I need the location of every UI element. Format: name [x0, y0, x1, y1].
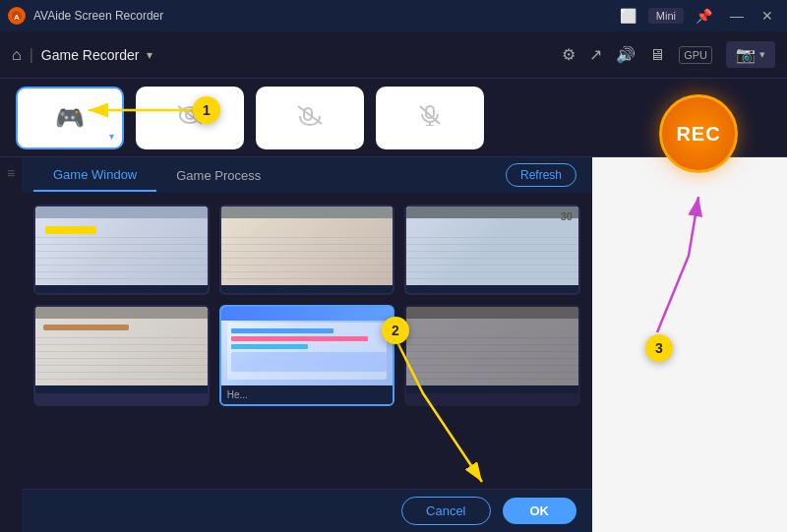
ok-button[interactable]: OK [503, 498, 577, 524]
tab-bar: Game Window Game Process Refresh [22, 157, 592, 193]
app-logo: A [8, 7, 26, 25]
thumbnail-label-4 [35, 385, 208, 393]
annotation-3: 3 [645, 334, 673, 362]
captions-button[interactable]: ⬜ [614, 6, 642, 26]
audio-icon[interactable]: 🔊 [616, 45, 636, 64]
screen-icon[interactable]: 🖥 [649, 46, 665, 64]
mode-dropdown-icon: ▾ [109, 131, 114, 142]
game-window-panel: Game Window Game Process Refresh [22, 157, 592, 532]
fake-window-1 [35, 207, 208, 285]
thumbnail-item-2[interactable] [219, 205, 395, 295]
rec-button[interactable]: REC [659, 94, 738, 173]
thumbnail-item-6[interactable] [404, 305, 580, 406]
thumbnail-preview-5 [221, 307, 394, 385]
annotation-1: 1 [193, 96, 220, 124]
app-window: A AVAide Screen Recorder ⬜ Mini 📌 — ✕ ⌂ … [0, 0, 787, 532]
title-bar: A AVAide Screen Recorder ⬜ Mini 📌 — ✕ [0, 0, 787, 31]
title-bar-controls: ⬜ Mini 📌 — ✕ [614, 6, 779, 26]
pin-button[interactable]: 📌 [690, 6, 718, 26]
close-button[interactable]: ✕ [756, 6, 779, 26]
mode-audio[interactable] [256, 87, 364, 149]
thumbnail-label-3 [406, 285, 578, 293]
thumbnail-grid: 30 [22, 193, 592, 489]
thumbnail-item-1[interactable] [33, 205, 210, 295]
thumbnail-item-3[interactable]: 30 [404, 205, 580, 295]
rec-label: REC [676, 123, 720, 146]
gpu-icon[interactable]: GPU [679, 46, 712, 64]
thumbnail-item-5[interactable]: He... [219, 305, 395, 406]
thumbnail-label-2 [221, 285, 394, 293]
thumbnail-preview-4 [35, 307, 208, 385]
mode-microphone[interactable] [376, 87, 484, 149]
sidebar-edge: ≡ [0, 157, 22, 532]
mode-webcam[interactable] [136, 87, 244, 149]
thumbnail-item-4[interactable] [33, 305, 210, 406]
sidebar-menu-icon: ≡ [7, 165, 15, 181]
nav-separator: | [30, 46, 33, 64]
thumbnail-preview-1 [35, 207, 208, 285]
thumbnail-preview-6 [406, 307, 578, 385]
export-icon[interactable]: ↗ [589, 45, 602, 64]
mode-game-controller[interactable]: 🎮 ▾ [16, 87, 124, 149]
app-title: AVAide Screen Recorder [33, 9, 163, 23]
mini-button[interactable]: Mini [648, 8, 684, 24]
thumbnail-number-3: 30 [561, 210, 573, 222]
thumbnail-label-1 [35, 285, 208, 293]
title-bar-left: A AVAide Screen Recorder [8, 7, 163, 25]
audio-icon [296, 104, 324, 132]
cancel-button[interactable]: Cancel [401, 497, 490, 525]
game-controller-icon: 🎮 [55, 104, 85, 132]
svg-text:A: A [14, 13, 20, 22]
minimize-button[interactable]: — [724, 6, 750, 26]
tab-game-window[interactable]: Game Window [33, 159, 156, 192]
right-area [592, 157, 787, 532]
thumbnail-label-6 [406, 385, 578, 393]
nav-bar: ⌂ | Game Recorder ▾ ⚙ ↗ 🔊 🖥 GPU 📷 ▾ [0, 31, 787, 79]
tab-game-process[interactable]: Game Process [156, 160, 280, 191]
refresh-button[interactable]: Refresh [506, 163, 576, 187]
microphone-icon [418, 104, 442, 132]
thumbnail-preview-2 [221, 207, 394, 285]
thumbnail-preview-3: 30 [406, 207, 578, 285]
panel-bottom: Cancel OK [22, 489, 592, 532]
nav-title: Game Recorder [41, 47, 140, 63]
nav-dropdown-icon[interactable]: ▾ [147, 48, 152, 62]
annotation-2: 2 [382, 317, 409, 344]
home-icon[interactable]: ⌂ [12, 46, 22, 64]
thumbnail-label-5: He... [221, 385, 394, 404]
nav-left: ⌂ | Game Recorder ▾ [12, 46, 152, 64]
settings-icon[interactable]: ⚙ [562, 45, 575, 64]
nav-right: ⚙ ↗ 🔊 🖥 GPU 📷 ▾ [562, 41, 775, 68]
camera-button[interactable]: 📷 ▾ [726, 41, 775, 68]
